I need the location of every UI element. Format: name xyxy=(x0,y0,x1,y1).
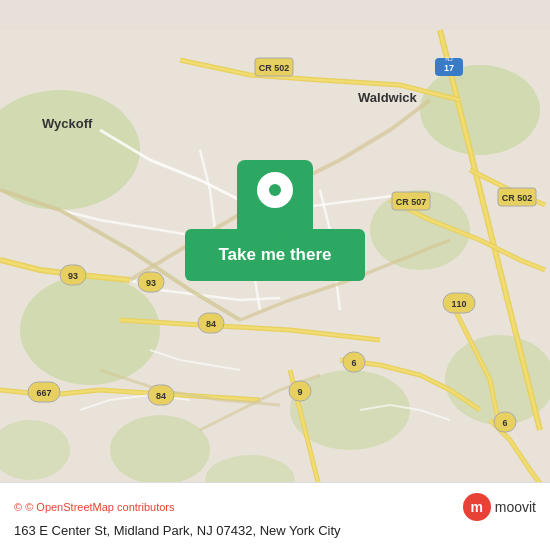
svg-text:CR 502: CR 502 xyxy=(502,193,533,203)
svg-text:NJ: NJ xyxy=(445,56,452,62)
svg-text:17: 17 xyxy=(444,63,454,73)
svg-text:9: 9 xyxy=(297,387,302,397)
svg-text:84: 84 xyxy=(206,319,216,329)
address-text: 163 E Center St, Midland Park, NJ 07432,… xyxy=(14,523,536,538)
svg-text:93: 93 xyxy=(68,271,78,281)
map-container: 17 NJ CR 502 CR 502 CR 507 93 93 84 84 6… xyxy=(0,0,550,550)
location-pin-container xyxy=(237,160,313,236)
svg-point-6 xyxy=(110,415,210,485)
svg-text:CR 502: CR 502 xyxy=(259,63,290,73)
svg-text:93: 93 xyxy=(146,278,156,288)
svg-text:6: 6 xyxy=(502,418,507,428)
info-bar: © © OpenStreetMap contributors m moovit … xyxy=(0,482,550,550)
info-bar-top: © © OpenStreetMap contributors m moovit xyxy=(14,493,536,521)
pin-inner xyxy=(269,184,281,196)
svg-text:110: 110 xyxy=(451,299,466,309)
svg-text:Waldwick: Waldwick xyxy=(358,90,418,105)
svg-point-3 xyxy=(20,275,160,385)
moovit-logo-text: moovit xyxy=(495,499,536,515)
svg-text:CR 507: CR 507 xyxy=(396,197,427,207)
pin-background xyxy=(237,160,313,236)
svg-point-2 xyxy=(420,65,540,155)
pin-icon xyxy=(257,172,293,208)
svg-text:Wyckoff: Wyckoff xyxy=(42,116,93,131)
moovit-logo: m moovit xyxy=(463,493,536,521)
svg-text:6: 6 xyxy=(351,358,356,368)
osm-credit-text: © OpenStreetMap contributors xyxy=(25,501,174,513)
osm-credit: © © OpenStreetMap contributors xyxy=(14,501,175,513)
osm-copyright-symbol: © xyxy=(14,501,22,513)
moovit-logo-icon: m xyxy=(463,493,491,521)
svg-text:84: 84 xyxy=(156,391,166,401)
svg-text:667: 667 xyxy=(36,388,51,398)
